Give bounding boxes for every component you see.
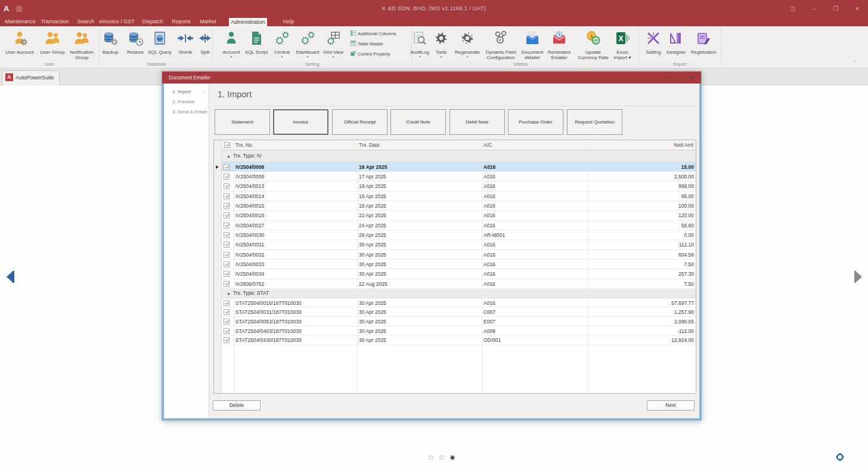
svg-text:X: X bbox=[618, 35, 623, 43]
